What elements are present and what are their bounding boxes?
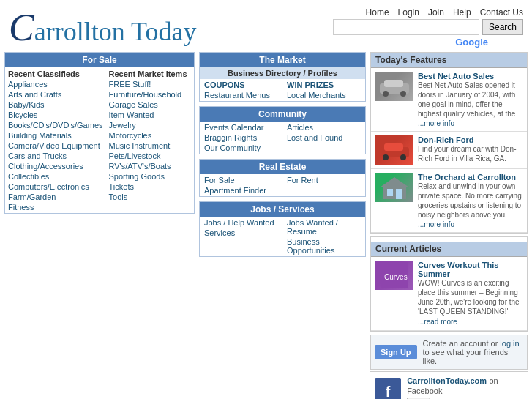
logo-text: arrollton Today xyxy=(34,17,197,46)
jobs-header: Jobs / Services xyxy=(200,202,365,217)
feature-item-0: Best Net Auto Sales Best Net Auto Sales … xyxy=(371,68,527,132)
link-garage[interactable]: Garage Sales xyxy=(109,100,191,110)
link-local-merchants[interactable]: Local Merchants xyxy=(287,90,361,100)
svg-point-2 xyxy=(383,91,389,97)
feature-img-1 xyxy=(375,135,413,165)
feature-title-1[interactable]: Don-Rich Ford xyxy=(418,135,522,144)
for-sale-header: For Sale xyxy=(5,53,194,67)
link-jewelry[interactable]: Jewelry xyxy=(109,120,191,130)
link-building[interactable]: Building Materials xyxy=(8,130,103,141)
search-button[interactable]: Search xyxy=(482,19,523,35)
link-fitness[interactable]: Fitness xyxy=(8,202,103,212)
link-appliances[interactable]: Appliances xyxy=(8,79,103,89)
link-baby[interactable]: Baby/Kids xyxy=(8,100,103,110)
link-tools[interactable]: Tools xyxy=(109,192,191,202)
market-col1: COUPONS Restaurant Menus xyxy=(200,79,282,101)
link-pets[interactable]: Pets/Livestock xyxy=(109,151,191,161)
signup-text: Create an account or log in to see what … xyxy=(423,339,523,365)
search-input[interactable] xyxy=(333,19,479,35)
feature-text-2: The Orchard at Carrollton Relax and unwi… xyxy=(418,173,522,228)
feature-item-2: The Orchard at Carrollton Relax and unwi… xyxy=(371,169,527,233)
article-title-0[interactable]: Curves Workout This Summer xyxy=(418,261,522,278)
feature-title-2[interactable]: The Orchard at Carrollton xyxy=(418,173,522,182)
link-services[interactable]: Services xyxy=(204,228,278,238)
link-apartment[interactable]: Apartment Finder xyxy=(204,185,278,195)
link-bicycles[interactable]: Bicycles xyxy=(8,110,103,120)
house-icon xyxy=(377,174,412,201)
link-sporting[interactable]: Sporting Goods xyxy=(109,171,191,182)
link-rv[interactable]: RV's/ATV's/Boats xyxy=(109,161,191,171)
nav-home[interactable]: Home xyxy=(366,7,389,18)
fb-info: CarrolltonToday.com on Facebook Like xyxy=(407,376,523,399)
article-item-0: Curves Curves Workout This Summer WOW! C… xyxy=(371,257,527,331)
fb-site-label[interactable]: CarrolltonToday.com xyxy=(407,376,487,385)
link-farm[interactable]: Farm/Garden xyxy=(8,192,103,202)
center-panel: The Market Business Directory / Profiles… xyxy=(195,52,370,399)
article-desc-0: WOW! Curves is an exciting place this su… xyxy=(418,278,522,316)
link-camera[interactable]: Camera/Video Equipment xyxy=(8,141,103,151)
feature-item-1: Don-Rich Ford Find your dream car with D… xyxy=(371,132,527,169)
market-box: The Market Business Directory / Profiles… xyxy=(199,52,366,102)
header: Carrollton Today Home Login Join Help Co… xyxy=(0,0,532,52)
link-jobs-wanted[interactable]: Jobs Wanted / Resume xyxy=(287,217,361,236)
login-link[interactable]: log in xyxy=(500,339,519,348)
link-computers[interactable]: Computers/Electronics xyxy=(8,182,103,192)
nav-help[interactable]: Help xyxy=(453,7,471,18)
header-right: Home Login Join Help Contact Us Search G… xyxy=(333,7,523,48)
link-help-wanted[interactable]: Jobs / Help Wanted xyxy=(204,217,278,228)
link-cars[interactable]: Cars and Trucks xyxy=(8,151,103,161)
svg-text:Curves: Curves xyxy=(384,273,408,281)
link-for-rent[interactable]: For Rent xyxy=(287,175,361,185)
col1-header: Recent Classifieds xyxy=(8,68,103,79)
link-books[interactable]: Books/CD's/DVD's/Games xyxy=(8,120,103,130)
svg-marker-8 xyxy=(380,177,409,199)
link-tickets[interactable]: Tickets xyxy=(109,182,191,192)
link-arts[interactable]: Arts and Crafts xyxy=(8,89,103,100)
jobs-col2: Jobs Wanted / Resume Business Opportunit… xyxy=(282,217,365,256)
link-free[interactable]: FREE Stuff! xyxy=(109,79,191,89)
feature-more-0[interactable]: ...more info xyxy=(418,119,454,127)
link-biz-opps[interactable]: Business Opportunities xyxy=(287,236,361,256)
community-header: Community xyxy=(200,107,365,122)
link-articles[interactable]: Articles xyxy=(287,122,361,133)
feature-img-0 xyxy=(375,72,413,101)
feature-text-1: Don-Rich Ford Find your dream car with D… xyxy=(418,135,522,165)
nav-contact[interactable]: Contact Us xyxy=(480,7,523,18)
link-our-community[interactable]: Our Community xyxy=(204,143,278,153)
signup-button[interactable]: Sign Up xyxy=(375,345,417,359)
svg-rect-10 xyxy=(396,189,402,199)
site-logo[interactable]: Carrollton Today xyxy=(9,6,196,49)
search-bar: Search xyxy=(333,19,523,35)
link-item-wanted[interactable]: Item Wanted xyxy=(109,110,191,120)
feature-desc-0: Best Net Auto Sales opened it doors in J… xyxy=(418,81,522,119)
jobs-col1: Jobs / Help Wanted Services xyxy=(200,217,282,256)
svg-rect-1 xyxy=(384,80,403,87)
todays-features: Today's Features Best Net Auto Sales Bes… xyxy=(370,52,528,234)
link-braggin[interactable]: Braggin Rights xyxy=(204,133,278,143)
link-furniture[interactable]: Furniture/Household xyxy=(109,89,191,100)
link-clothing[interactable]: Clothing/Accessories xyxy=(8,161,103,171)
article-text-0: Curves Workout This Summer WOW! Curves i… xyxy=(418,261,522,327)
nav-join[interactable]: Join xyxy=(428,7,444,18)
link-coupons[interactable]: COUPONS xyxy=(204,80,278,90)
feature-desc-2: Relax and unwind in your own private spa… xyxy=(418,182,522,220)
link-re-for-sale[interactable]: For Sale xyxy=(204,175,278,185)
main-content: For Sale Recent Classifieds Appliances A… xyxy=(0,52,532,399)
market-cols: COUPONS Restaurant Menus WIN PRIZES Loca… xyxy=(200,79,365,101)
link-collectibles[interactable]: Collectibles xyxy=(8,171,103,182)
article-more-0[interactable]: ...read more xyxy=(418,318,457,326)
link-motorcycles[interactable]: Motorcycles xyxy=(109,130,191,141)
link-lost-found[interactable]: Lost and Found xyxy=(287,133,361,143)
community-cols: Events Calendar Braggin Rights Our Commu… xyxy=(200,122,365,154)
nav-login[interactable]: Login xyxy=(398,7,419,18)
link-restaurant[interactable]: Restaurant Menus xyxy=(204,90,278,100)
feature-title-0[interactable]: Best Net Auto Sales xyxy=(418,72,522,81)
feature-more-2[interactable]: ...more info xyxy=(418,220,454,228)
link-events[interactable]: Events Calendar xyxy=(204,122,278,133)
signup-box: Sign Up Create an account or log in to s… xyxy=(370,335,528,370)
signup-create-text: Create an account or xyxy=(423,339,498,348)
link-win-prizes[interactable]: WIN PRIZES xyxy=(287,80,361,90)
svg-point-7 xyxy=(400,154,406,160)
link-music[interactable]: Music Instrument xyxy=(109,141,191,151)
article-img-0: Curves xyxy=(375,261,413,290)
